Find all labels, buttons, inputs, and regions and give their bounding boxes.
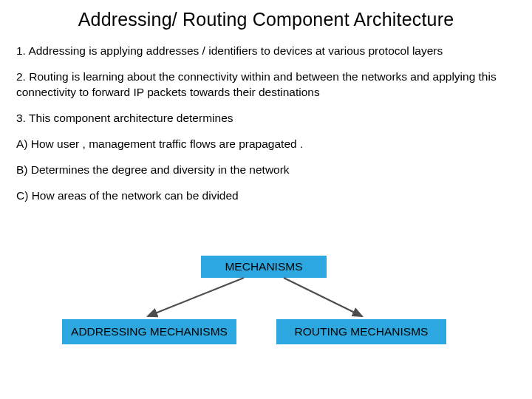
para-b: B) Determines the degree and diversity i… [16, 163, 516, 178]
box-mechanisms: MECHANISMS [201, 256, 327, 278]
page-title: Addressing/ Routing Component Architectu… [0, 9, 532, 30]
para-3: 3. This component architecture determine… [16, 111, 516, 126]
box-addressing-mechanisms: ADDRESSING MECHANISMS [62, 319, 236, 344]
box-routing-mechanisms: ROUTING MECHANISMS [276, 319, 446, 344]
svg-line-1 [284, 278, 362, 316]
para-2: 2. Routing is learning about the connect… [16, 69, 516, 100]
para-1: 1. Addressing is applying addresses / id… [16, 44, 516, 59]
mechanisms-diagram: MECHANISMS ADDRESSING MECHANISMS ROUTING… [0, 256, 532, 381]
svg-line-0 [148, 278, 244, 316]
para-c: C) How areas of the network can be divid… [16, 188, 516, 204]
para-a: A) How user , management traffic flows a… [16, 137, 516, 152]
content-block: 1. Addressing is applying addresses / id… [0, 44, 532, 203]
